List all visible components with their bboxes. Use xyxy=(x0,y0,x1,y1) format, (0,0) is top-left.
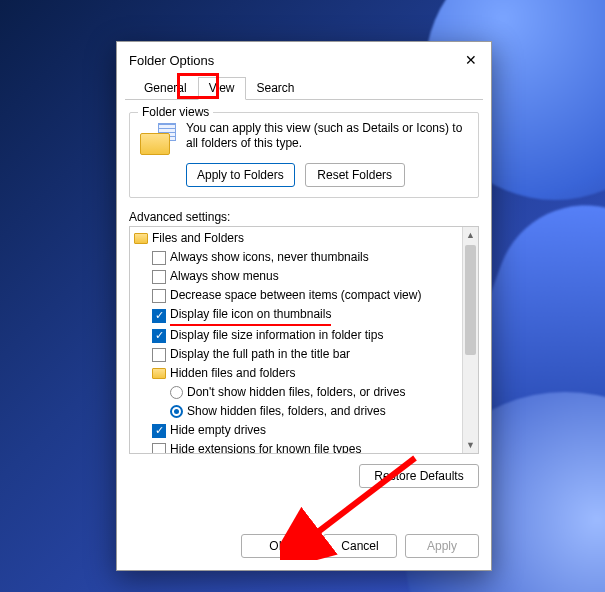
option-decrease-space[interactable]: Decrease space between items (compact vi… xyxy=(134,286,460,305)
radio-icon xyxy=(170,405,183,418)
checkbox-icon xyxy=(152,270,166,284)
radio-dont-show-hidden[interactable]: Don't show hidden files, folders, or dri… xyxy=(134,383,460,402)
advanced-settings-tree: Files and Folders Always show icons, nev… xyxy=(129,226,479,454)
option-label: Hide empty drives xyxy=(170,421,266,440)
radio-icon xyxy=(170,386,183,399)
option-label: Display file size information in folder … xyxy=(170,326,383,345)
ok-button[interactable]: OK xyxy=(241,534,315,558)
folder-views-group: Folder views You can apply this view (su… xyxy=(129,112,479,198)
restore-defaults-button[interactable]: Restore Defaults xyxy=(359,464,479,488)
option-label: Always show menus xyxy=(170,267,279,286)
folder-views-description: You can apply this view (such as Details… xyxy=(186,121,468,155)
titlebar: Folder Options ✕ xyxy=(117,42,491,76)
cancel-button[interactable]: Cancel xyxy=(323,534,397,558)
tree-root-files-and-folders: Files and Folders xyxy=(134,229,460,248)
checkbox-icon: ✓ xyxy=(152,424,166,438)
tabstrip: General View Search xyxy=(125,76,483,100)
close-icon: ✕ xyxy=(465,52,477,68)
option-always-show-menus[interactable]: Always show menus xyxy=(134,267,460,286)
tab-search[interactable]: Search xyxy=(246,77,306,100)
tab-content-view: Folder views You can apply this view (su… xyxy=(117,100,491,524)
option-label: Display file icon on thumbnails xyxy=(170,305,331,326)
apply-to-folders-button[interactable]: Apply to Folders xyxy=(186,163,295,187)
reset-folders-button[interactable]: Reset Folders xyxy=(305,163,405,187)
checkbox-icon xyxy=(152,289,166,303)
folder-views-title: Folder views xyxy=(138,105,213,119)
option-hide-empty-drives[interactable]: ✓ Hide empty drives xyxy=(134,421,460,440)
option-hide-extensions[interactable]: Hide extensions for known file types xyxy=(134,440,460,453)
group-label: Hidden files and folders xyxy=(170,364,295,383)
option-always-show-icons[interactable]: Always show icons, never thumbnails xyxy=(134,248,460,267)
tree-scrollbar[interactable]: ▲ ▼ xyxy=(462,227,478,453)
option-display-full-path[interactable]: Display the full path in the title bar xyxy=(134,345,460,364)
checkbox-icon xyxy=(152,443,166,454)
tab-general[interactable]: General xyxy=(133,77,198,100)
option-label: Hide extensions for known file types xyxy=(170,440,361,453)
scroll-up-icon[interactable]: ▲ xyxy=(463,227,478,243)
folder-view-icon xyxy=(140,123,176,155)
radio-show-hidden[interactable]: Show hidden files, folders, and drives xyxy=(134,402,460,421)
dialog-title: Folder Options xyxy=(129,53,214,68)
option-label: Always show icons, never thumbnails xyxy=(170,248,369,267)
checkbox-icon: ✓ xyxy=(152,309,166,323)
group-hidden-files: Hidden files and folders xyxy=(134,364,460,383)
advanced-settings-label: Advanced settings: xyxy=(129,210,479,224)
scroll-thumb[interactable] xyxy=(465,245,476,355)
tree-viewport[interactable]: Files and Folders Always show icons, nev… xyxy=(130,227,462,453)
folder-icon xyxy=(152,368,166,379)
scroll-track[interactable] xyxy=(463,243,478,437)
option-label: Don't show hidden files, folders, or dri… xyxy=(187,383,405,402)
option-label: Decrease space between items (compact vi… xyxy=(170,286,421,305)
scroll-down-icon[interactable]: ▼ xyxy=(463,437,478,453)
checkbox-icon xyxy=(152,348,166,362)
checkbox-icon: ✓ xyxy=(152,329,166,343)
option-display-file-size[interactable]: ✓ Display file size information in folde… xyxy=(134,326,460,345)
tree-root-label: Files and Folders xyxy=(152,229,244,248)
option-display-file-icon[interactable]: ✓ Display file icon on thumbnails xyxy=(134,305,460,326)
option-label: Display the full path in the title bar xyxy=(170,345,350,364)
apply-button[interactable]: Apply xyxy=(405,534,479,558)
tab-view[interactable]: View xyxy=(198,77,246,100)
checkbox-icon xyxy=(152,251,166,265)
folder-icon xyxy=(134,233,148,244)
close-button[interactable]: ✕ xyxy=(461,50,481,70)
option-label: Show hidden files, folders, and drives xyxy=(187,402,386,421)
dialog-footer: OK Cancel Apply xyxy=(117,524,491,570)
folder-options-dialog: Folder Options ✕ General View Search Fol… xyxy=(116,41,492,571)
